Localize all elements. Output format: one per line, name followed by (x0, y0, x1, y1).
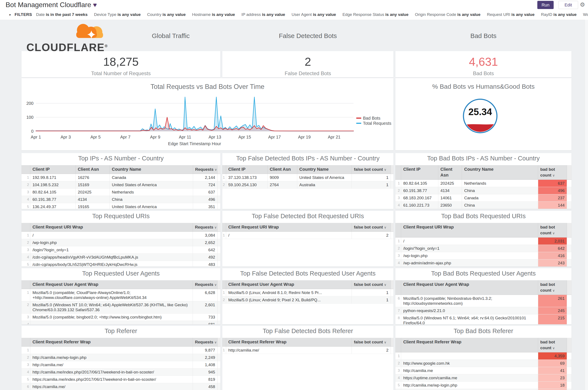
column-header-requests[interactable]: Requests∨ (193, 165, 217, 174)
column-header-false-bot-count[interactable]: false bot count∨ (352, 338, 391, 347)
scroll-strip (391, 223, 393, 232)
card-title: Top Referer (21, 328, 220, 335)
filters-label[interactable]: FILTERS (15, 9, 32, 20)
table-row: 5136.24.49.3719165United States of Ameri… (21, 203, 220, 209)
column-header-client-request-user-agent-wrap[interactable]: Client Request User Agent Wrap (401, 280, 538, 295)
column-header-bad-bot-count[interactable]: bad bot count∨ (538, 338, 567, 352)
filter-item-user-agent[interactable]: User Agent is any value (292, 9, 336, 20)
column-header-client-request-user-agent-wrap[interactable]: Client Request User Agent Wrap (226, 280, 352, 289)
edit-button[interactable]: Edit (558, 1, 578, 9)
sort-desc-icon[interactable]: ∨ (552, 231, 555, 235)
scroll-strip (567, 202, 572, 209)
column-header-client-request-referer-wrap[interactable]: Client Request Referer Wrap (226, 338, 352, 347)
table-row: 4681 (21, 321, 220, 325)
card-false-referer: Top False Detected Bots Referer Client R… (222, 326, 393, 390)
column-header-requests[interactable]: Requests∨ (193, 223, 217, 232)
sort-desc-icon[interactable]: ∨ (214, 283, 217, 287)
column-header-country-name[interactable]: Country Name (462, 165, 538, 180)
cell-bad-bot-count: 642 (538, 245, 567, 252)
scroll-strip (217, 338, 220, 347)
column-header-client-request-uri-wrap[interactable]: Client Request URI Wrap (30, 223, 193, 232)
timeseries-chart[interactable]: 0100200Apr 1Apr 3Apr 5Apr 7Apr 9Apr 11Ap… (21, 78, 393, 150)
scroll-strip (567, 238, 572, 245)
sort-desc-icon[interactable]: ∨ (552, 289, 555, 292)
row-number: 2 (21, 239, 30, 246)
card-top-uris: Top Requested URIs Client Request URI Wr… (21, 211, 220, 267)
sort-desc-icon[interactable]: ∨ (384, 341, 386, 344)
filters-expand-icon[interactable]: ▸ (9, 9, 11, 20)
table-row: 2/login/?login_only=1642 (395, 245, 572, 252)
column-header-client-ip[interactable]: Client IP (30, 165, 76, 174)
card-false-ips: Top False Detected Bots IPs - AS Number … (222, 153, 393, 209)
card-top-ips: Top IPs - AS Number - Country Client IPC… (21, 153, 220, 209)
scroll-strip (217, 347, 220, 354)
scroll-strip (217, 254, 220, 261)
sort-desc-icon[interactable]: ∨ (384, 168, 386, 171)
column-header-false-bot-count[interactable]: false bot count∨ (352, 280, 391, 289)
cell-client-request-referer-wrap: http://camilia.me/wp-login.php (401, 382, 538, 389)
sort-desc-icon[interactable]: ∨ (215, 168, 217, 171)
filter-item-date[interactable]: Date is in the past 7 weeks (36, 9, 88, 20)
column-header-requests[interactable]: Requests∨ (193, 338, 217, 347)
column-header-client-asn[interactable]: Client Asn (438, 165, 462, 180)
column-header-client-ip[interactable]: Client IP (401, 165, 438, 180)
bad-bots-gauge[interactable]: 25.34 (395, 78, 572, 150)
cell-false-bot-count: 2 (352, 347, 391, 354)
sort-desc-icon[interactable]: ∨ (384, 226, 386, 229)
sort-desc-icon[interactable]: ∨ (552, 174, 555, 177)
table-row: 6http://camilia.me/11 (395, 389, 572, 390)
svg-text:Apr 13: Apr 13 (208, 135, 221, 139)
filter-item-device-type[interactable]: Device Type is any value (94, 9, 141, 20)
filter-item-country[interactable]: Country is any value (147, 9, 186, 20)
filter-item-ip-address[interactable]: IP address is any value (241, 9, 285, 20)
column-header-bad-bot-count[interactable]: bad bot count∨ (538, 223, 567, 238)
column-header-false-bot-count[interactable]: false bot count∨ (352, 223, 391, 232)
column-header-country-name[interactable]: Country Name (109, 165, 193, 174)
column-header-requests[interactable]: Requests∨ (193, 280, 217, 289)
column-header-client-asn[interactable]: Client Asn (76, 165, 109, 174)
filter-item-edge-response-status[interactable]: Edge Response Status is any value (343, 9, 408, 20)
run-button[interactable]: Run (537, 1, 554, 9)
row-number: 2 (395, 187, 401, 194)
row-number: 6 (21, 383, 30, 390)
filter-item-request-uri[interactable]: Request URI is any value (487, 9, 535, 20)
gear-icon[interactable]: ⚙ (580, 1, 585, 8)
column-header-bad-bot-count[interactable]: bad bot count∨ (538, 165, 567, 180)
column-header-client-request-user-agent-wrap[interactable]: Client Request User Agent Wrap (30, 280, 193, 289)
row-number-header (395, 280, 401, 295)
column-header-client-request-referer-wrap[interactable]: Client Request Referer Wrap (30, 338, 193, 347)
filter-item-hostname[interactable]: Hostname is any value (192, 9, 235, 20)
sort-desc-icon[interactable]: ∨ (384, 283, 386, 287)
table-row: 1Mozilla/5.0 (compatible; CloudFlare-Alw… (21, 289, 220, 301)
cell-client-request-user-agent-wrap: Mozilla/5.0 (compatible; Nimbostratus-Bo… (401, 295, 538, 307)
scroll-strip (391, 280, 393, 289)
column-header-client-request-uri-wrap[interactable]: Client Request URI Wrap (401, 223, 538, 238)
filter-item-worker-subrequest[interactable]: Worker Subrequest is... (583, 9, 588, 20)
page-scrollbar[interactable] (585, 20, 588, 390)
cell-false-bot-count: 1 (352, 174, 391, 181)
cell-client-asn: 16276 (76, 174, 109, 181)
column-header-client-request-referer-wrap[interactable]: Client Request Referer Wrap (401, 338, 538, 352)
table-row: 380.82.64.105202425Netherlands637 (21, 189, 220, 196)
scroll-strip (391, 165, 393, 174)
column-header-client-ip[interactable]: Client IP (226, 165, 268, 174)
scroll-strip (217, 376, 220, 383)
sort-desc-icon[interactable]: ∨ (214, 226, 217, 229)
column-header-country-name[interactable]: Country Name (297, 165, 351, 174)
cell-client-ip: 136.24.49.37 (30, 203, 76, 209)
sort-desc-icon[interactable]: ∨ (552, 346, 555, 350)
column-header-bad-bot-count[interactable]: bad bot count∨ (538, 280, 567, 295)
column-header-client-asn[interactable]: Client Asn (267, 165, 297, 174)
table-top-uas: Client Request User Agent WrapRequests∨1… (21, 280, 220, 324)
table-row: 1Mozilla/5.0 (Linux; Android 8.1.0; Redm… (222, 289, 393, 296)
sort-desc-icon[interactable]: ∨ (214, 341, 217, 344)
filter-item-origin-response-code[interactable]: Origin Response Code is any value (415, 9, 480, 20)
scroll-strip (567, 165, 572, 180)
column-header-false-bot-count[interactable]: false bot count∨ (352, 165, 391, 174)
filter-item-rayid[interactable]: RayID is any value (541, 9, 577, 20)
row-number-header (395, 165, 401, 180)
cell-client-ip: 59.100.254.130 (226, 181, 268, 189)
column-header-client-request-uri-wrap[interactable]: Client Request URI Wrap (226, 223, 352, 232)
svg-text:Apr 1: Apr 1 (31, 135, 41, 139)
cell-requests: 9,877 (193, 347, 217, 354)
